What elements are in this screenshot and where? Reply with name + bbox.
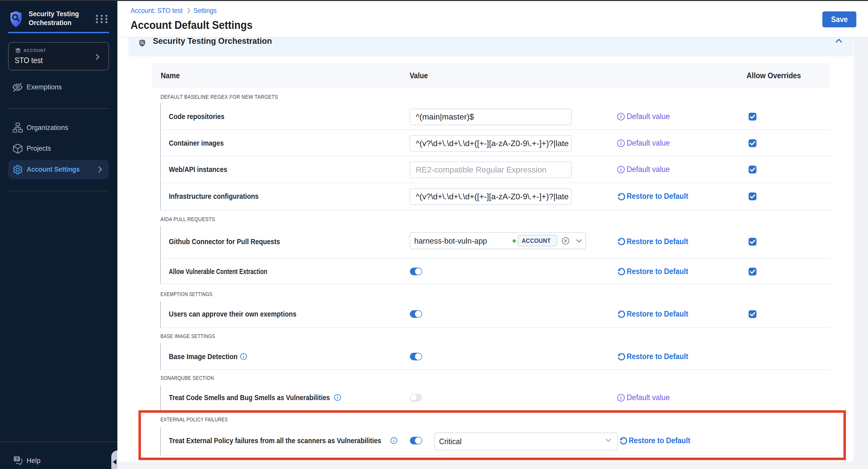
svg-text:?: ? <box>16 457 18 461</box>
